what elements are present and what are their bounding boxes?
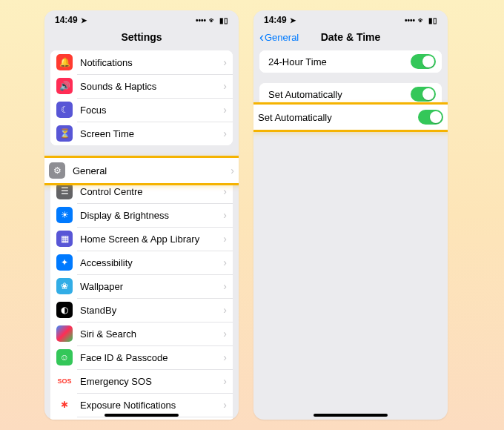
- chevron-right-icon: ›: [223, 233, 227, 245]
- row-label: Set Automatically: [258, 112, 418, 123]
- chevron-right-icon: ›: [223, 351, 227, 363]
- brightness-icon: ☀: [56, 207, 73, 223]
- chevron-right-icon: ›: [223, 375, 227, 387]
- status-bar: 14:49 ➤ •••• ᯤ ▮▯: [253, 10, 448, 28]
- wifi-icon: ᯤ: [209, 16, 216, 24]
- toggle--hour-time[interactable]: [411, 54, 436, 69]
- chevron-right-icon: ›: [223, 56, 227, 68]
- row-label: Sounds & Haptics: [80, 81, 223, 92]
- moon-icon: ☾: [56, 102, 73, 118]
- page-title: Date & Time: [321, 31, 381, 43]
- bell-icon: 🔔: [56, 54, 73, 70]
- toggle-set-automatically[interactable]: [411, 87, 436, 102]
- settings-row[interactable]: ☀Display & Brightness›: [50, 203, 233, 227]
- sos-icon: SOS: [56, 373, 73, 389]
- status-time: 14:49: [264, 15, 287, 25]
- chevron-right-icon: ›: [223, 328, 227, 340]
- location-icon: ➤: [81, 16, 87, 24]
- row-label: Accessibility: [80, 257, 223, 268]
- back-label: General: [265, 32, 299, 43]
- row-label: 24-Hour Time: [265, 56, 411, 67]
- settings-row[interactable]: ☺Face ID & Passcode›: [50, 345, 233, 369]
- home-indicator[interactable]: [314, 414, 388, 417]
- chevron-right-icon: ›: [223, 304, 227, 316]
- chevron-right-icon: ›: [223, 185, 227, 197]
- location-icon: ➤: [290, 16, 296, 24]
- battery-icon: ▮▯: [428, 16, 437, 24]
- row-label: StandBy: [80, 305, 223, 316]
- toggle-set-automatically[interactable]: [418, 110, 443, 125]
- home-indicator[interactable]: [105, 414, 179, 417]
- page-title: Settings: [44, 28, 239, 50]
- settings-row[interactable]: ▮Battery›: [50, 417, 233, 420]
- highlight-set-auto-bg: Set Automatically: [253, 105, 448, 130]
- row-label: Display & Brightness: [80, 210, 223, 221]
- settings-row[interactable]: ✦Accessibility›: [50, 251, 233, 274]
- settings-row[interactable]: ◐StandBy›: [50, 298, 233, 322]
- siri-icon: [56, 325, 73, 342]
- settings-row[interactable]: Siri & Search›: [50, 322, 233, 345]
- chevron-right-icon: ›: [223, 399, 227, 411]
- wallpaper-icon: ❀: [56, 278, 73, 294]
- chevron-right-icon: ›: [223, 209, 227, 221]
- settings-row[interactable]: ❀Wallpaper›: [50, 274, 233, 298]
- status-indicators: •••• ᯤ ▮▯: [196, 16, 228, 24]
- date-time-screen: 14:49 ➤ •••• ᯤ ▮▯ ‹ General Date & Time …: [253, 10, 448, 420]
- chevron-right-icon: ›: [223, 80, 227, 92]
- row-label: Face ID & Passcode: [80, 352, 223, 363]
- row-label: Home Screen & App Library: [80, 234, 223, 245]
- back-button[interactable]: ‹ General: [259, 32, 299, 43]
- row-label: Emergency SOS: [80, 376, 223, 387]
- settings-row[interactable]: 🔊Sounds & Haptics›: [50, 74, 233, 98]
- grid-icon: ▦: [56, 231, 73, 247]
- chevron-right-icon: ›: [223, 128, 227, 139]
- hourglass-icon: ⏳: [56, 125, 73, 142]
- settings-row[interactable]: ▦Home Screen & App Library›: [50, 227, 233, 251]
- datetime-row[interactable]: 24-Hour Time: [259, 50, 442, 73]
- settings-row[interactable]: 🔔Notifications›: [50, 50, 233, 74]
- settings-row[interactable]: ⏳Screen Time›: [50, 122, 233, 145]
- sound-icon: 🔊: [56, 78, 73, 94]
- chevron-right-icon: ›: [223, 257, 227, 268]
- row-label: Wallpaper: [80, 281, 223, 292]
- row-label: Notifications: [80, 57, 223, 68]
- chevron-right-icon: ›: [223, 280, 227, 292]
- exposure-icon: ✱: [56, 397, 73, 413]
- row-label: Control Centre: [80, 186, 223, 197]
- status-bar: 14:49 ➤ •••• ᯤ ▮▯: [44, 10, 239, 28]
- standby-icon: ◐: [56, 302, 73, 318]
- wifi-icon: ᯤ: [418, 16, 425, 24]
- settings-row[interactable]: SOSEmergency SOS›: [50, 369, 233, 393]
- highlight-general-bg: ⚙ General ›: [44, 158, 239, 183]
- status-indicators: •••• ᯤ ▮▯: [405, 16, 437, 24]
- gear-icon: ⚙: [49, 162, 65, 179]
- faceid-icon: ☺: [56, 349, 73, 366]
- row-label: Screen Time: [80, 128, 223, 139]
- datetime-row[interactable]: Set Automatically: [259, 83, 442, 105]
- chevron-right-icon: ›: [223, 104, 227, 116]
- row-label[interactable]: General: [73, 165, 231, 176]
- signal-icon: ••••: [196, 16, 206, 24]
- row-label: Focus: [80, 105, 223, 116]
- status-time: 14:49: [55, 15, 78, 25]
- row-label: Siri & Search: [80, 328, 223, 340]
- settings-screen: 14:49 ➤ •••• ᯤ ▮▯ Settings 🔔Notification…: [44, 10, 239, 420]
- settings-row[interactable]: ☾Focus›: [50, 98, 233, 122]
- accessibility-icon: ✦: [56, 254, 73, 271]
- row-label: Set Automatically: [265, 89, 411, 100]
- battery-icon: ▮▯: [219, 16, 228, 24]
- switches-icon: ☰: [56, 183, 73, 199]
- chevron-right-icon: ›: [231, 165, 234, 176]
- row-label: Exposure Notifications: [80, 400, 223, 411]
- signal-icon: ••••: [405, 16, 415, 24]
